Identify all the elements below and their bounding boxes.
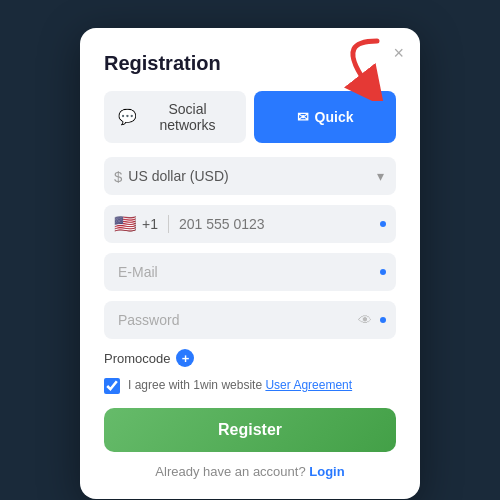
tab-social[interactable]: 💬 Social networks: [104, 91, 246, 143]
add-promocode-button[interactable]: +: [176, 349, 194, 367]
flag-icon: 🇺🇸: [114, 213, 136, 235]
login-row: Already have an account? Login: [104, 464, 396, 479]
registration-modal: Registration × 💬 Social networks ✉ Quick…: [80, 28, 420, 499]
quick-tab-label: Quick: [315, 109, 354, 125]
user-agreement-link[interactable]: User Agreement: [265, 378, 352, 392]
phone-code: +1: [142, 205, 158, 243]
password-wrapper: 👁: [104, 301, 396, 339]
promocode-label: Promocode: [104, 351, 170, 366]
promocode-row: Promocode +: [104, 349, 396, 367]
phone-dot: [380, 221, 386, 227]
email-input[interactable]: [104, 253, 396, 291]
agree-checkbox[interactable]: [104, 378, 120, 394]
password-dot: [380, 317, 386, 323]
modal-title: Registration: [104, 52, 396, 75]
social-tab-label: Social networks: [143, 101, 232, 133]
login-prompt: Already have an account?: [155, 464, 305, 479]
dollar-icon: $: [114, 168, 122, 185]
tabs-row: 💬 Social networks ✉ Quick: [104, 91, 396, 143]
email-icon: ✉: [297, 109, 309, 125]
phone-divider: [168, 215, 169, 233]
close-button[interactable]: ×: [393, 44, 404, 62]
social-icon: 💬: [118, 108, 137, 126]
password-input[interactable]: [104, 301, 396, 339]
phone-row: 🇺🇸 +1: [104, 205, 396, 243]
eye-icon[interactable]: 👁: [358, 312, 372, 328]
email-wrapper: [104, 253, 396, 291]
currency-wrapper: $ US dollar (USD): [104, 157, 396, 195]
phone-input[interactable]: [179, 205, 374, 243]
agree-row: I agree with 1win website User Agreement: [104, 377, 396, 394]
email-dot: [380, 269, 386, 275]
login-link[interactable]: Login: [309, 464, 344, 479]
agree-text: I agree with 1win website User Agreement: [128, 377, 352, 394]
currency-select[interactable]: US dollar (USD): [128, 157, 386, 195]
register-button[interactable]: Register: [104, 408, 396, 452]
tab-quick[interactable]: ✉ Quick: [254, 91, 396, 143]
